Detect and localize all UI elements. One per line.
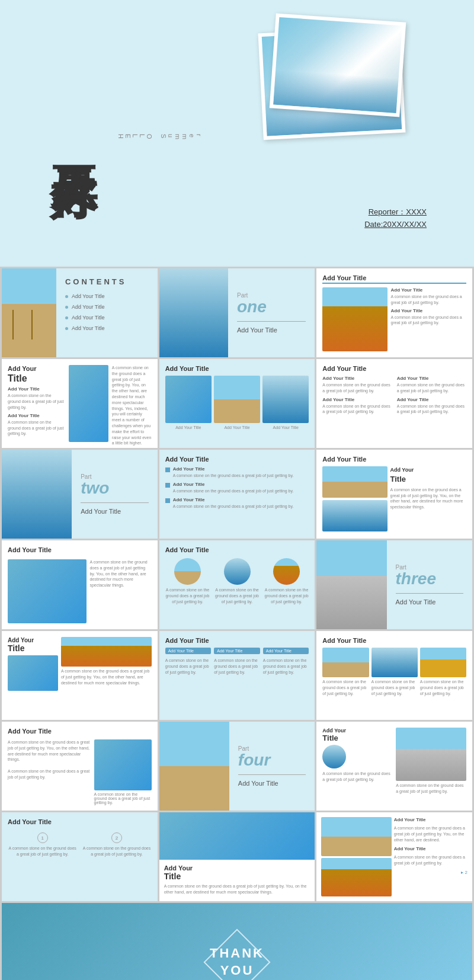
multi-title: Add Your Title — [394, 817, 467, 822]
thankyou-text: THANK YOU — [210, 945, 264, 979]
three-col-img-slide: Add Your Title A common stone on the gro… — [316, 631, 472, 720]
big-title-add: Add Your — [8, 365, 36, 372]
subtitle-2: Add Your Title — [391, 308, 466, 313]
text-2: A common stone on the ground does a grea… — [391, 315, 466, 326]
contents-image — [2, 268, 56, 357]
two-circle-slide: Add YourTitle A common stone on the grou… — [316, 722, 472, 811]
list-col1-title2: Add Your Title — [322, 397, 392, 402]
list-col2-title2: Add Your Title — [397, 397, 466, 402]
part-four-slide: Part four Add Your Title — [159, 722, 315, 811]
item-title-2: Add Your Title — [8, 413, 65, 418]
part-three-number: three — [396, 571, 463, 587]
part-two-number: two — [81, 480, 148, 497]
tb2: Add Your Title — [173, 482, 294, 487]
two-col-text-slide: Add Your Title Add Your Title A common s… — [2, 359, 158, 448]
two-img-text-slide: Add Your Title Add YourTitle A common st… — [316, 450, 472, 539]
photo-front — [270, 14, 406, 117]
img-big-title-slide: Add Your Title A common stone on the gro… — [2, 722, 158, 811]
reporter-label: Reporter：XXXX — [364, 207, 427, 217]
text-blocks-title: Add Your Title — [165, 456, 309, 463]
part-three-slide: Part three Add Your Title — [316, 540, 472, 629]
btn-2[interactable]: Add Your Title — [214, 648, 260, 654]
part-two-title: Add Your Title — [81, 502, 148, 515]
two-img-title: Add Your Title — [322, 456, 466, 463]
title-right-slide: Add Your Title Add Your Title A common s… — [316, 268, 472, 357]
slide-title-1: Add Your Title — [322, 274, 466, 284]
slides-grid: CONTENTS Add Your Title Add Your Title A… — [0, 267, 474, 980]
numbered-list-slide: Add Your Title 1 A common stone on the g… — [2, 812, 158, 901]
part-four-title: Add Your Title — [238, 774, 306, 787]
btn-col-slide: Add Your Title Add Your Title A common s… — [159, 631, 315, 720]
list-title: Add Your Title — [322, 365, 466, 372]
three-col-title: Add Your Title — [322, 637, 466, 644]
img-two-col-slide: Add YourTitle A common stone on the grou… — [2, 631, 158, 720]
contents-item-2: Add Your Title — [65, 304, 149, 310]
part-two-slide: Part two Add Your Title — [2, 450, 158, 539]
subtitle-1: Add Your Title — [391, 287, 466, 293]
circle-title: Add Your Title — [165, 546, 309, 553]
btn-title: Add Your Title — [165, 637, 309, 644]
img-title-heading: Add Your Title — [8, 546, 152, 553]
big-title-title: Title — [8, 373, 27, 383]
contents-title: CONTENTS — [65, 277, 149, 286]
hero-vertical-text: HELLOSummer — [117, 134, 203, 144]
two-col-list-slide: Add Your Title Add Your Title A common s… — [316, 359, 472, 448]
part-one-number: one — [237, 299, 306, 315]
big-img-title: Add YourTitle — [164, 864, 310, 881]
num-list-title: Add Your Title — [8, 818, 152, 825]
list-col1-title: Add Your Title — [322, 376, 392, 381]
part-four-number: four — [238, 752, 306, 768]
hero-chinese-title: 夏天你好 — [47, 127, 100, 139]
big-heading: Add Your Title — [8, 728, 152, 735]
three-img-title: Add Your Title — [165, 365, 309, 372]
hero-reporter: Reporter：XXXX Date:20XX/XX/XX — [364, 207, 427, 231]
contents-list: CONTENTS Add Your Title Add Your Title A… — [56, 268, 158, 357]
hero-slide: 夏天你好 HELLOSummer Reporter：XXXX Date:20XX… — [0, 0, 474, 267]
three-circle-slide: Add Your Title A common stone on the gro… — [159, 540, 315, 629]
thankyou-slide: THANK YOU — [2, 903, 472, 980]
part-three-title: Add Your Title — [396, 593, 463, 606]
contents-item-1: Add Your Title — [65, 293, 149, 299]
part-one-slide: Part one Add Your Title — [159, 268, 315, 357]
text-blocks-slide: Add Your Title Add Your Title A common s… — [159, 450, 315, 539]
btn-3[interactable]: Add Your Title — [263, 648, 309, 654]
contents-item-4: Add Your Title — [65, 325, 149, 331]
contents-slide: CONTENTS Add Your Title Add Your Title A… — [2, 268, 158, 357]
img-title-slide: Add Your Title A common stone on the gro… — [2, 540, 158, 629]
contents-item-3: Add Your Title — [65, 315, 149, 321]
tb1: Add Your Title — [173, 466, 294, 472]
multi-img-slide: Add Your Title A common stone on the gro… — [316, 812, 472, 901]
multi-title2: Add Your Title — [394, 846, 467, 851]
part-one-title: Add Your Title — [237, 321, 306, 334]
date-label: Date:20XX/XX/XX — [364, 220, 427, 229]
tb3: Add Your Title — [173, 497, 294, 502]
text-1: A common stone on the ground does a grea… — [391, 294, 466, 306]
list-col2-title: Add Your Title — [397, 376, 466, 381]
three-img-slide: Add Your Title Add Your Title Add Your T… — [159, 359, 315, 448]
big-img-slide: Add YourTitle A common stone on the grou… — [159, 812, 315, 901]
btn-1[interactable]: Add Your Title — [165, 648, 212, 654]
item-title-1: Add Your Title — [8, 386, 65, 392]
hero-photos — [249, 18, 438, 184]
